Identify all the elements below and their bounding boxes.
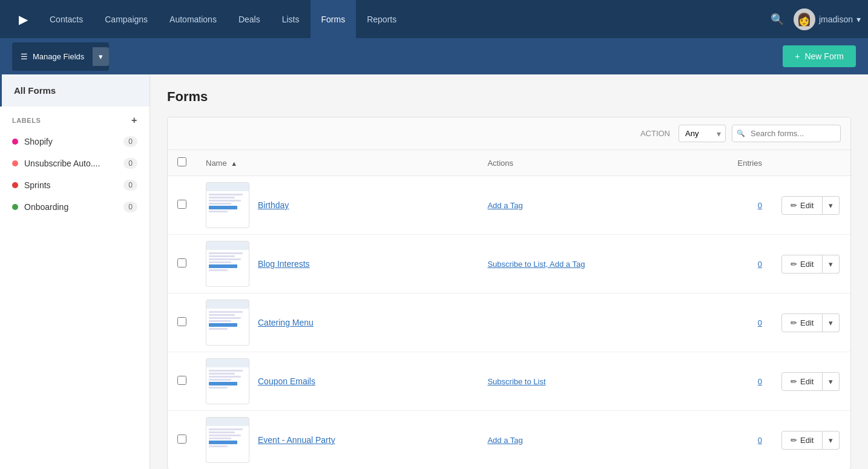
search-icon[interactable]: 🔍 (771, 13, 784, 26)
row-edit-cell: ✏ Edit ▾ (772, 235, 850, 294)
nav-item-campaigns[interactable]: Campaigns (94, 0, 159, 38)
action-select[interactable]: AnyDeleteExport (679, 125, 726, 142)
page-title: Forms (167, 89, 851, 105)
entries-count[interactable]: 0 (758, 260, 762, 269)
table-row: Catering Menu 0 ✏ Edit ▾ (168, 294, 850, 352)
edit-dropdown-button[interactable]: ▾ (823, 313, 840, 332)
form-action-link[interactable]: Subscribe to List (487, 377, 545, 386)
form-action-link[interactable]: Add a Tag (487, 201, 522, 210)
row-name-cell: Birthday (196, 176, 478, 235)
entries-count[interactable]: 0 (758, 201, 762, 210)
form-name-link[interactable]: Event - Annual Party (258, 435, 335, 445)
select-all-checkbox[interactable] (177, 157, 186, 166)
col-header-actions: Actions (478, 150, 699, 176)
edit-button-group: ✏ Edit ▾ (781, 431, 841, 450)
nav-item-reports[interactable]: Reports (356, 0, 407, 38)
row-edit-cell: ✏ Edit ▾ (772, 176, 850, 235)
edit-dropdown-button[interactable]: ▾ (823, 255, 840, 274)
nav-item-contacts[interactable]: Contacts (39, 0, 94, 38)
name-sort-icon[interactable]: ▲ (231, 160, 237, 167)
sidebar-label-onboarding[interactable]: Onboarding 0 (0, 196, 150, 218)
row-checkbox[interactable] (177, 317, 186, 326)
edit-dropdown-button[interactable]: ▾ (823, 196, 840, 215)
edit-pencil-icon: ✏ (791, 436, 797, 445)
edit-button[interactable]: ✏ Edit (781, 255, 823, 274)
manage-fields-button[interactable]: ☰ Manage Fields ▾ (12, 42, 109, 71)
username-label: jmadison (819, 15, 853, 24)
row-name-cell: Blog Interests (196, 235, 478, 294)
row-name-cell: Coupon Emails (196, 352, 478, 411)
row-actions-cell: Add a Tag (478, 176, 699, 235)
name-thumb-group: Catering Menu (206, 294, 468, 352)
row-checkbox[interactable] (177, 435, 186, 444)
form-name-link[interactable]: Birthday (258, 200, 289, 210)
edit-label: Edit (800, 436, 814, 445)
row-edit-cell: ✏ Edit ▾ (772, 352, 850, 411)
form-thumbnail (206, 241, 249, 287)
form-name-link[interactable]: Blog Interests (258, 259, 310, 269)
row-entries-cell: 0 (699, 235, 772, 294)
manage-fields-dropdown-icon[interactable]: ▾ (93, 47, 109, 66)
label-dot-icon (12, 182, 18, 188)
row-entries-cell: 0 (699, 411, 772, 470)
main-content: Forms ACTION AnyDeleteExport (150, 74, 868, 469)
edit-label: Edit (800, 377, 814, 386)
sidebar-item-all-forms[interactable]: All Forms (0, 74, 150, 107)
nav-item-lists[interactable]: Lists (271, 0, 311, 38)
avatar: 👩 (794, 8, 815, 30)
edit-button[interactable]: ✏ Edit (781, 196, 823, 215)
edit-pencil-icon: ✏ (791, 260, 797, 269)
edit-button-group: ✏ Edit ▾ (781, 255, 841, 274)
label-count: 0 (123, 136, 137, 147)
nav-user[interactable]: 👩 jmadison ▾ (794, 8, 861, 30)
form-name-link[interactable]: Catering Menu (258, 318, 314, 327)
row-checkbox-cell (168, 411, 196, 470)
nav-logo-icon[interactable]: ▶ (7, 0, 39, 38)
edit-dropdown-button[interactable]: ▾ (823, 372, 840, 391)
entries-count[interactable]: 0 (758, 436, 762, 445)
nav-item-automations[interactable]: Automations (159, 0, 228, 38)
row-checkbox[interactable] (177, 376, 186, 385)
nav-item-deals[interactable]: Deals (228, 0, 271, 38)
edit-button[interactable]: ✏ Edit (781, 431, 823, 450)
edit-label: Edit (800, 260, 814, 269)
labels-header-text: LABELS (12, 117, 41, 124)
entries-count[interactable]: 0 (758, 377, 762, 386)
form-action-link[interactable]: Add a Tag (487, 436, 522, 445)
row-name-cell: Event - Annual Party (196, 411, 478, 470)
row-checkbox-cell (168, 176, 196, 235)
form-name-link[interactable]: Coupon Emails (258, 376, 315, 386)
table-row: Event - Annual Party Add a Tag 0 ✏ Edit … (168, 411, 850, 470)
entries-count[interactable]: 0 (758, 318, 762, 327)
edit-button[interactable]: ✏ Edit (781, 313, 823, 332)
nav-items: ContactsCampaignsAutomationsDealsListsFo… (39, 0, 771, 38)
label-count: 0 (123, 202, 137, 212)
row-checkbox-cell (168, 235, 196, 294)
new-form-button[interactable]: + New Form (783, 45, 856, 67)
label-count: 0 (123, 158, 137, 169)
edit-dropdown-button[interactable]: ▾ (823, 431, 840, 450)
sidebar-label-unsubscribe-auto....[interactable]: Unsubscribe Auto.... 0 (0, 153, 150, 174)
row-checkbox[interactable] (177, 258, 186, 267)
sidebar-label-shopify[interactable]: Shopify 0 (0, 131, 150, 153)
edit-button[interactable]: ✏ Edit (781, 372, 823, 391)
top-nav: ▶ ContactsCampaignsAutomationsDealsLists… (0, 0, 868, 38)
row-checkbox[interactable] (177, 200, 186, 209)
user-dropdown-icon[interactable]: ▾ (856, 15, 861, 24)
sidebar-label-sprints[interactable]: Sprints 0 (0, 174, 150, 196)
form-action-link[interactable]: Subscribe to List, Add a Tag (487, 260, 585, 269)
col-header-checkbox (168, 150, 196, 176)
search-wrap (732, 125, 841, 142)
edit-pencil-icon: ✏ (791, 377, 797, 386)
add-label-icon[interactable]: + (131, 115, 137, 126)
toolbar: ☰ Manage Fields ▾ + New Form (0, 38, 868, 74)
row-entries-cell: 0 (699, 176, 772, 235)
sidebar: All Forms LABELS + Shopify 0 Unsubscribe… (0, 74, 150, 469)
row-edit-cell: ✏ Edit ▾ (772, 294, 850, 352)
nav-item-forms[interactable]: Forms (311, 0, 357, 38)
form-thumbnail (206, 358, 249, 404)
forms-list: Birthday Add a Tag 0 ✏ Edit ▾ Blog In (168, 176, 850, 470)
edit-button-group: ✏ Edit ▾ (781, 372, 841, 391)
search-input[interactable] (732, 125, 841, 142)
row-actions-cell (478, 294, 699, 352)
